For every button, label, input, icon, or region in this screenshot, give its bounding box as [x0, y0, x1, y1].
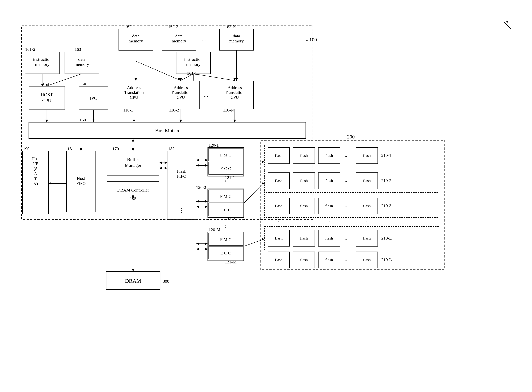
svg-rect-102 — [167, 151, 196, 219]
svg-text:⋮: ⋮ — [327, 219, 331, 224]
svg-text:flash: flash — [325, 257, 333, 262]
svg-rect-48 — [216, 81, 254, 109]
svg-text:110-1: 110-1 — [123, 108, 133, 112]
svg-text:flash: flash — [325, 236, 333, 240]
svg-rect-184 — [293, 173, 315, 189]
svg-marker-140 — [165, 162, 167, 164]
svg-rect-124 — [209, 246, 243, 259]
svg-text:flash: flash — [275, 204, 283, 208]
svg-text:110-2: 110-2 — [169, 108, 179, 112]
svg-rect-95 — [107, 151, 159, 175]
svg-text:memory: memory — [35, 62, 49, 67]
svg-marker-65 — [135, 78, 137, 81]
svg-text:Host: Host — [77, 176, 85, 181]
svg-rect-193 — [268, 198, 289, 214]
svg-text:I/F: I/F — [33, 161, 38, 166]
svg-text:210-2: 210-2 — [381, 178, 391, 183]
svg-marker-158 — [205, 243, 208, 245]
svg-text:F M C: F M C — [220, 194, 231, 199]
svg-rect-24 — [162, 29, 196, 50]
svg-line-58 — [47, 74, 82, 86]
svg-rect-106 — [208, 147, 244, 176]
svg-rect-182 — [268, 173, 289, 189]
svg-rect-113 — [208, 189, 244, 218]
svg-line-74 — [193, 74, 235, 80]
svg-text:E C C: E C C — [220, 251, 231, 255]
svg-text:161-1: 161-1 — [187, 71, 197, 75]
svg-text:120-M: 120-M — [209, 227, 220, 232]
svg-text:⋮: ⋮ — [179, 207, 184, 213]
svg-text:190: 190 — [23, 146, 29, 151]
svg-text:FIFO: FIFO — [177, 174, 186, 178]
svg-marker-154 — [205, 205, 208, 208]
svg-text:⋮: ⋮ — [302, 219, 306, 224]
svg-text:CPU: CPU — [177, 95, 185, 100]
svg-text:120-2: 120-2 — [196, 185, 206, 190]
svg-rect-197 — [318, 198, 340, 214]
svg-rect-53 — [29, 122, 306, 139]
svg-text:210-1: 210-1 — [381, 153, 391, 158]
svg-marker-80 — [179, 120, 182, 122]
svg-text:182: 182 — [168, 146, 175, 151]
svg-rect-37 — [115, 81, 153, 109]
svg-marker-138 — [49, 182, 51, 185]
svg-rect-195 — [293, 198, 315, 214]
svg-rect-212 — [318, 230, 340, 246]
svg-text:162-N: 162-N — [225, 24, 236, 29]
svg-text:130: 130 — [42, 82, 49, 86]
svg-text:flash: flash — [300, 257, 308, 262]
svg-rect-5 — [29, 86, 65, 110]
svg-text:Buffer: Buffer — [127, 157, 139, 162]
svg-rect-122 — [209, 233, 243, 245]
svg-text:FIFO: FIFO — [76, 181, 86, 186]
svg-rect-20 — [119, 29, 153, 50]
svg-text:Address: Address — [127, 85, 141, 90]
svg-rect-208 — [268, 230, 289, 246]
svg-text:flash: flash — [363, 236, 371, 240]
svg-text:140: 140 — [81, 82, 87, 86]
svg-rect-12 — [25, 52, 59, 74]
svg-text:memory: memory — [172, 39, 186, 43]
svg-marker-82 — [233, 120, 236, 122]
svg-marker-144 — [159, 167, 162, 169]
svg-text:flash: flash — [275, 153, 283, 158]
svg-rect-42 — [162, 81, 200, 109]
svg-text:210-L: 210-L — [381, 257, 392, 262]
svg-marker-141 — [159, 162, 162, 164]
diagram: 1 100 HOST CPU 130 IPC 140 instruction m… — [11, 11, 521, 381]
svg-text:...: ... — [344, 257, 347, 262]
svg-text:CPU: CPU — [42, 98, 51, 103]
svg-text:instruction: instruction — [184, 57, 203, 62]
svg-text:Translation: Translation — [171, 90, 191, 95]
svg-text:120-1: 120-1 — [209, 143, 219, 147]
svg-text:162-1: 162-1 — [125, 24, 135, 29]
svg-text:...: ... — [204, 91, 208, 98]
svg-rect-9 — [79, 86, 108, 110]
svg-marker-152 — [205, 200, 208, 203]
svg-rect-121 — [208, 232, 244, 261]
svg-rect-16 — [65, 52, 99, 74]
svg-marker-67 — [179, 78, 182, 81]
svg-rect-200 — [356, 198, 378, 214]
svg-text:HOST: HOST — [41, 92, 53, 97]
svg-rect-173 — [293, 147, 315, 164]
svg-text:flash: flash — [275, 178, 283, 183]
svg-rect-186 — [318, 173, 340, 189]
svg-text:flash: flash — [363, 178, 371, 183]
svg-text:CPU: CPU — [231, 95, 239, 100]
svg-line-1 — [504, 22, 511, 29]
svg-text:F M C: F M C — [220, 237, 231, 242]
svg-rect-192 — [264, 194, 439, 218]
svg-rect-210 — [293, 230, 315, 246]
svg-text:A: A — [34, 171, 37, 176]
svg-marker-134 — [132, 139, 134, 141]
svg-text:⋮: ⋮ — [364, 219, 369, 224]
svg-rect-170 — [264, 144, 439, 167]
svg-text:300: 300 — [163, 279, 169, 284]
svg-text:memory: memory — [75, 62, 89, 67]
svg-text:...: ... — [344, 203, 347, 208]
svg-rect-218 — [268, 252, 289, 268]
svg-text:F M C: F M C — [220, 153, 231, 157]
svg-text:data: data — [78, 57, 85, 62]
svg-text:flash: flash — [275, 257, 283, 262]
